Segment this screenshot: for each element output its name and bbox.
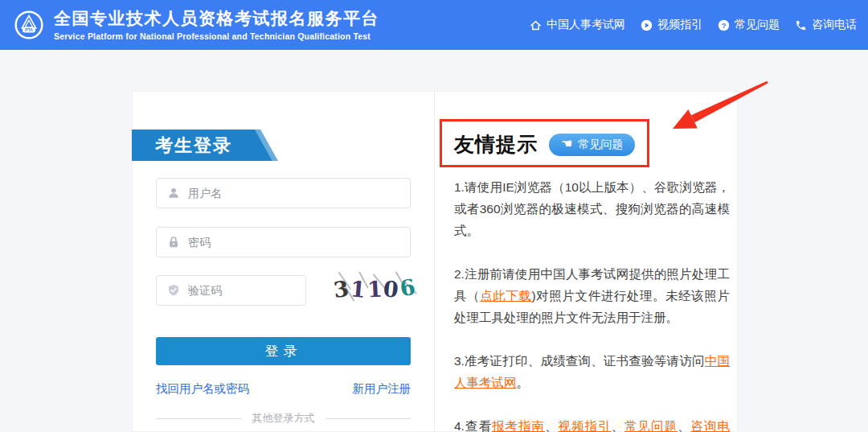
login-panel-title: 考生登录 xyxy=(155,130,232,161)
tip-text: 4.查看 xyxy=(454,419,492,432)
faq-link[interactable]: 常见问题 xyxy=(624,419,678,432)
tip-item-4: 4.查看报考指南、视频指引、常见问题、咨询电话。 xyxy=(454,415,730,432)
nav-item-phone[interactable]: 咨询电话 xyxy=(795,18,857,32)
nav-label: 视频指引 xyxy=(657,18,702,32)
tips-title: 友情提示 xyxy=(454,131,538,158)
download-photo-tool-link[interactable]: 点此下载 xyxy=(480,289,531,302)
home-icon xyxy=(530,19,542,31)
captcha-digits: 3 1 1 0 6 xyxy=(331,272,418,306)
pta-logo-icon: PTA xyxy=(14,10,44,40)
forgot-credentials-link[interactable]: 找回用户名或密码 xyxy=(156,381,249,397)
pointing-hand-icon: ☚ xyxy=(561,138,572,150)
tip-text: 。 xyxy=(517,376,530,389)
site-title: 全国专业技术人员资格考试报名服务平台 xyxy=(54,9,379,28)
divider-line xyxy=(156,418,242,419)
tip-item-3: 3.准考证打印、成绩查询、证书查验等请访问中国人事考试网。 xyxy=(454,350,730,393)
tip-text: 、 xyxy=(611,419,624,432)
shield-icon xyxy=(167,284,180,297)
site-title-block: 全国专业技术人员资格考试报名服务平台 Service Platform for … xyxy=(54,9,379,40)
nav-item-cpta-site[interactable]: 中国人事考试网 xyxy=(530,18,625,32)
captcha-field[interactable] xyxy=(156,275,306,306)
captcha-input[interactable] xyxy=(188,284,285,297)
user-icon xyxy=(167,187,180,200)
login-button[interactable]: 登录 xyxy=(156,337,411,365)
account-links-row: 找回用户名或密码 新用户注册 xyxy=(156,381,411,397)
faq-pill-label: 常见问题 xyxy=(578,138,623,152)
svg-text:?: ? xyxy=(722,21,727,29)
username-input[interactable] xyxy=(188,187,357,200)
phone-icon xyxy=(795,19,807,31)
new-user-register-link[interactable]: 新用户注册 xyxy=(353,381,411,397)
divider-line xyxy=(326,418,411,419)
login-panel-banner: 考生登录 xyxy=(132,130,278,161)
main-card: 考生登录 xyxy=(132,91,738,432)
header-nav: 中国人事考试网 视频指引 ? 常见问题 咨询电话 xyxy=(530,18,857,32)
site-subtitle: Service Platform for National Profession… xyxy=(54,31,379,41)
tip-text: 、 xyxy=(545,419,559,432)
nav-item-video-guide[interactable]: 视频指引 xyxy=(641,18,702,32)
tips-header: 友情提示 ☚ 常见问题 xyxy=(454,131,635,158)
lock-icon xyxy=(167,236,180,249)
captcha-image[interactable]: 3 1 1 0 6 xyxy=(331,272,418,306)
other-login-divider: 其他登录方式 xyxy=(156,411,411,426)
username-field[interactable] xyxy=(156,178,411,208)
nav-label: 常见问题 xyxy=(735,18,780,32)
password-input[interactable] xyxy=(188,236,357,249)
tip-text: 3.准考证打印、成绩查询、证书查验等请访问 xyxy=(454,354,705,368)
column-divider xyxy=(434,92,435,432)
header-bar: PTA 全国专业技术人员资格考试报名服务平台 Service Platform … xyxy=(0,0,868,50)
tips-list: 1.请使用IE浏览器（10以上版本）、谷歌浏览器，或者360浏览器的极速模式、搜… xyxy=(454,176,730,432)
tip-text: 、 xyxy=(678,419,691,432)
page: PTA 全国专业技术人员资格考试报名服务平台 Service Platform … xyxy=(0,0,868,432)
faq-pill-button[interactable]: ☚ 常见问题 xyxy=(549,134,635,156)
nav-item-faq[interactable]: ? 常见问题 xyxy=(718,18,780,32)
tip-item-1: 1.请使用IE浏览器（10以上版本）、谷歌浏览器，或者360浏览器的极速模式、搜… xyxy=(454,176,730,241)
nav-label: 咨询电话 xyxy=(812,18,857,32)
tip-text: 1.请使用IE浏览器（10以上版本）、谷歌浏览器，或者360浏览器的极速模式、搜… xyxy=(454,180,730,237)
password-field[interactable] xyxy=(156,227,411,257)
question-circle-icon: ? xyxy=(718,19,730,31)
video-guide-link[interactable]: 视频指引 xyxy=(558,419,611,432)
exam-guide-link[interactable]: 报考指南 xyxy=(492,419,545,432)
tip-item-2: 2.注册前请使用中国人事考试网提供的照片处理工具（点此下载)对照片文件进行处理。… xyxy=(454,263,730,328)
logo-text: PTA xyxy=(25,27,33,32)
nav-label: 中国人事考试网 xyxy=(547,18,625,32)
play-circle-icon xyxy=(641,19,653,31)
other-login-label: 其他登录方式 xyxy=(252,411,315,426)
